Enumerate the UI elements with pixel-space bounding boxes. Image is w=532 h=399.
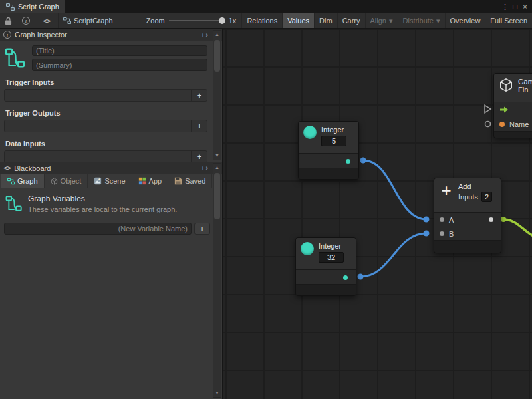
value-input-port[interactable] bbox=[484, 120, 491, 128]
info-icon: i bbox=[3, 31, 11, 39]
add-input-port-a[interactable] bbox=[440, 217, 444, 222]
integer-output-port[interactable] bbox=[346, 159, 350, 164]
integer-output-port[interactable] bbox=[343, 275, 348, 280]
zoom-slider-knob[interactable] bbox=[219, 17, 225, 24]
inputs-label: Inputs bbox=[458, 193, 478, 201]
integer-node-2[interactable]: Integer 32 bbox=[295, 237, 356, 296]
node-title: Integer bbox=[321, 126, 346, 134]
scroll-down-icon[interactable]: ▼ bbox=[213, 389, 221, 397]
blackboard-title: Blackboard bbox=[14, 164, 51, 172]
port-label-name: Name bbox=[509, 120, 529, 128]
graph-breadcrumb[interactable]: ScriptGraph bbox=[59, 13, 118, 28]
integer-type-icon bbox=[303, 126, 317, 139]
graph-variables-description: These variables are local to the current… bbox=[28, 205, 177, 213]
add-output-port[interactable] bbox=[489, 217, 493, 222]
carry-button[interactable]: Carry bbox=[338, 13, 366, 28]
wire-integer32-to-add-b[interactable] bbox=[360, 233, 426, 277]
inputs-count-field[interactable]: 2 bbox=[481, 192, 492, 202]
add-node[interactable]: + Add Inputs 2 A B bbox=[434, 178, 501, 253]
flow-input-port[interactable] bbox=[483, 104, 492, 114]
add-variable-button[interactable]: + bbox=[194, 223, 210, 235]
wire-endpoint[interactable] bbox=[501, 217, 506, 222]
new-variable-name-input[interactable] bbox=[4, 223, 192, 235]
dim-button[interactable]: Dim bbox=[315, 13, 338, 28]
scrollbar-thumb[interactable] bbox=[214, 40, 220, 72]
chevron-down-icon: ▾ bbox=[436, 17, 440, 25]
code-icon: <> bbox=[3, 164, 11, 172]
window-close-button[interactable]: × bbox=[520, 3, 530, 11]
graph-variables-heading: Graph Variables bbox=[28, 194, 177, 203]
scroll-up-icon[interactable]: ▲ bbox=[213, 31, 221, 39]
wire-endpoint[interactable] bbox=[424, 231, 430, 237]
values-button[interactable]: Values bbox=[283, 13, 315, 28]
window-tab-script-graph[interactable]: Script Graph bbox=[0, 0, 65, 13]
overview-button[interactable]: Overview bbox=[446, 13, 486, 28]
graph-toolbar: i <> ScriptGraph Zoom 1x Relations Value… bbox=[0, 13, 532, 29]
tab-app[interactable]: App bbox=[132, 174, 169, 188]
lock-button[interactable] bbox=[0, 13, 17, 28]
sidebar: i Graph Inspector ↦ bbox=[0, 29, 223, 399]
add-trigger-input-button[interactable]: + bbox=[191, 90, 207, 101]
graph-name-label: ScriptGraph bbox=[74, 17, 113, 25]
script-graph-window: Script Graph ⋮ □ × i <> ScriptG bbox=[0, 0, 532, 399]
graph-inspector-body: Trigger Inputs + Trigger Outputs + Data … bbox=[0, 41, 222, 163]
zoom-control: Zoom 1x bbox=[141, 13, 242, 28]
pin-panel-icon[interactable]: ↦ bbox=[202, 164, 208, 172]
tab-scene[interactable]: Scene bbox=[88, 174, 132, 188]
node-title-line-1: Gam bbox=[518, 78, 532, 86]
new-variable-row: + bbox=[4, 223, 217, 235]
wire-add-output[interactable] bbox=[503, 219, 532, 236]
trigger-outputs-list: + bbox=[4, 120, 207, 132]
wire-endpoint[interactable] bbox=[358, 274, 364, 280]
lock-icon bbox=[5, 17, 12, 25]
flow-output-arrow-icon[interactable] bbox=[499, 106, 509, 114]
window-menu-button[interactable]: ⋮ bbox=[500, 3, 510, 11]
source-toggle-button[interactable]: <> bbox=[35, 13, 59, 28]
align-dropdown[interactable]: Align▾ bbox=[366, 13, 398, 28]
variables-scope-tabs: Graph Object Scene bbox=[0, 174, 222, 188]
inspector-scrollbar[interactable]: ▲ ▼ bbox=[213, 30, 221, 160]
scroll-down-icon[interactable]: ▼ bbox=[213, 152, 221, 160]
add-data-input-button[interactable]: + bbox=[191, 151, 207, 162]
tab-graph[interactable]: Graph bbox=[1, 174, 45, 188]
graph-variables-icon bbox=[5, 194, 23, 213]
integer-node-1[interactable]: Integer 5 bbox=[298, 121, 359, 180]
add-input-port-b[interactable] bbox=[440, 231, 444, 236]
gameobject-cube-icon bbox=[499, 78, 513, 92]
scroll-up-icon[interactable]: ▲ bbox=[213, 164, 221, 172]
tab-object[interactable]: Object bbox=[45, 174, 88, 188]
add-trigger-output-button[interactable]: + bbox=[191, 120, 207, 132]
scene-icon bbox=[94, 177, 102, 185]
find-node-partial[interactable]: Gam Fin Name bbox=[493, 73, 532, 138]
integer-type-icon bbox=[301, 242, 314, 255]
port-label-b: B bbox=[449, 230, 454, 238]
port-label-a: A bbox=[449, 216, 454, 224]
relations-button[interactable]: Relations bbox=[241, 13, 283, 28]
floppy-disk-icon bbox=[174, 177, 182, 185]
node-title: Integer bbox=[319, 242, 344, 250]
graph-title-input[interactable] bbox=[32, 45, 207, 56]
fullscreen-button[interactable]: Full Screen bbox=[485, 13, 532, 28]
distribute-dropdown[interactable]: Distribute▾ bbox=[398, 13, 446, 28]
name-input-port[interactable] bbox=[499, 122, 505, 127]
graph-asset-icon bbox=[63, 17, 71, 25]
graph-info-button[interactable]: i bbox=[17, 13, 35, 28]
integer-value-field[interactable]: 32 bbox=[319, 252, 344, 263]
window-title: Script Graph bbox=[18, 3, 59, 11]
scrollbar-thumb[interactable] bbox=[214, 173, 220, 219]
blackboard-scrollbar[interactable]: ▲ ▼ bbox=[213, 163, 221, 398]
window-maximize-button[interactable]: □ bbox=[510, 3, 520, 11]
trigger-inputs-list: + bbox=[4, 89, 207, 102]
pin-panel-icon[interactable]: ↦ bbox=[202, 31, 208, 39]
wire-endpoint[interactable] bbox=[360, 158, 366, 164]
trigger-inputs-label: Trigger Inputs bbox=[5, 78, 207, 86]
graph-variables-icon bbox=[4, 45, 27, 69]
graph-inspector-panel: i Graph Inspector ↦ bbox=[0, 29, 222, 162]
integer-value-field[interactable]: 5 bbox=[321, 136, 346, 146]
graph-summary-input[interactable] bbox=[32, 59, 207, 71]
wire-endpoint[interactable] bbox=[424, 217, 430, 223]
zoom-slider[interactable] bbox=[169, 20, 225, 21]
graph-canvas[interactable]: Integer 5 Integer 32 bbox=[223, 29, 532, 399]
wire-integer5-to-add-a[interactable] bbox=[363, 160, 426, 219]
tab-saved[interactable]: Saved bbox=[168, 174, 212, 188]
